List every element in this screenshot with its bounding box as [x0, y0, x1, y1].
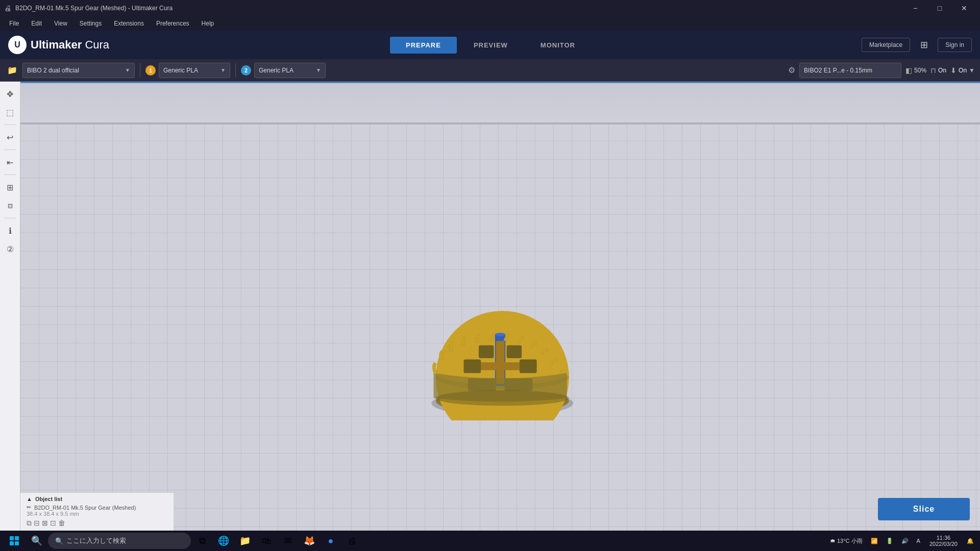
slice-button[interactable]: Slice [878, 498, 970, 520]
fill-pct: 50% [914, 67, 926, 74]
svg-point-7 [495, 333, 505, 336]
search-button[interactable]: 🔍 [27, 531, 47, 551]
support-control: ⊓ On [930, 66, 946, 74]
notification-button[interactable]: 🔔 [964, 537, 977, 545]
clock-date: 2022/03/20 [929, 541, 958, 547]
object-tool-button[interactable]: ⧈ [2, 197, 18, 214]
maximize-button[interactable]: □ [928, 0, 951, 16]
separator-2 [4, 149, 16, 150]
undo-button[interactable]: ↩ [2, 129, 18, 145]
download-icon: ⬇ [950, 66, 957, 74]
object-dimensions: 38.4 x 38.4 x 9.5 mm [27, 511, 167, 517]
adhesion-status: On [959, 67, 967, 74]
menu-settings[interactable]: Settings [75, 18, 107, 29]
tab-monitor[interactable]: MONITOR [525, 37, 591, 54]
logo-text: Ultimaker Cura [31, 38, 109, 52]
view-tool-button[interactable]: ⬚ [2, 104, 18, 120]
menu-extensions[interactable]: Extensions [109, 18, 149, 29]
minimize-button[interactable]: − [903, 0, 927, 16]
svg-rect-18 [10, 536, 14, 540]
menu-edit[interactable]: Edit [26, 18, 47, 29]
menu-help[interactable]: Help [197, 18, 219, 29]
grid-copy-icon[interactable]: ⊟ [34, 519, 40, 528]
menubar: File Edit View Settings Extensions Prefe… [0, 16, 980, 31]
profile-name: BIBO2 E1 P...e - 0.15mm [804, 67, 872, 74]
menu-preferences[interactable]: Preferences [151, 18, 194, 29]
weather-widget[interactable]: 🌧 13°C 小雨 [827, 536, 866, 546]
gear-model [403, 257, 597, 420]
separator-4 [4, 218, 16, 218]
taskbar-search-bar[interactable]: 🔍 ここに入力して検索 [48, 533, 191, 549]
cura-taskbar-icon[interactable]: 🖨 [342, 531, 362, 551]
svg-rect-21 [15, 541, 19, 545]
separator-3 [4, 174, 16, 175]
windows-icon [10, 536, 19, 545]
extruder1-material: Generic PLA [163, 67, 198, 74]
menu-file[interactable]: File [4, 18, 24, 29]
printer-select[interactable]: BIBO 2 dual official ▼ [22, 63, 135, 78]
marketplace-button[interactable]: Marketplace [862, 38, 910, 52]
weather-icon: 🌧 [830, 538, 836, 544]
info-button[interactable]: ℹ [2, 222, 18, 239]
edit-icon: ✏ [27, 504, 31, 511]
browser-icon2[interactable]: 🦊 [299, 531, 320, 551]
object-list-header[interactable]: ▲ Object list [27, 496, 167, 502]
logo: U Ultimaker Cura [8, 36, 109, 54]
network-icon[interactable]: 📶 [868, 537, 881, 545]
taskbar-right-area: 🌧 13°C 小雨 📶 🔋 🔊 A 11:36 2022/03/20 🔔 [827, 534, 977, 548]
store-icon[interactable]: 🛍 [256, 531, 277, 551]
divider-2 [235, 63, 236, 78]
duplicate-icon[interactable]: ⧉ [27, 519, 32, 528]
extruder2-material-select[interactable]: Generic PLA ▼ [254, 63, 326, 78]
left-sidebar: ✥ ⬚ ↩ ⇤ ⊞ ⧈ ℹ ② [0, 82, 20, 531]
select-tool-button[interactable]: ✥ [2, 86, 18, 102]
explorer-icon[interactable]: 📁 [235, 531, 255, 551]
reset-view-button[interactable]: ⇤ [2, 154, 18, 170]
svg-rect-19 [15, 536, 19, 540]
object-list-label: Object list [35, 496, 62, 502]
apps-grid-icon[interactable]: ⊞ [916, 37, 932, 53]
profile-select[interactable]: BIBO2 E1 P...e - 0.15mm [799, 63, 901, 78]
extruder1-badge: 1 [145, 65, 156, 76]
signin-button[interactable]: Sign in [938, 38, 972, 52]
system-clock[interactable]: 11:36 2022/03/20 [925, 534, 962, 548]
start-button[interactable] [3, 531, 26, 551]
svg-rect-12 [520, 359, 537, 373]
adhesion-arrow: ▼ [969, 67, 975, 74]
tab-preview[interactable]: PREVIEW [458, 37, 524, 54]
volume-icon[interactable]: 🔊 [898, 537, 912, 545]
printer-name: BIBO 2 dual official [27, 67, 79, 74]
titlebar: 🖨 B2DO_RM-01 Mk.5 Spur Gear (Meshed) - U… [0, 0, 980, 16]
merge-icon[interactable]: ⊡ [50, 519, 56, 528]
chrome-icon[interactable]: ● [321, 531, 341, 551]
svg-rect-20 [10, 541, 14, 545]
support-icon: ⊓ [930, 66, 936, 74]
edge-icon[interactable]: 🌐 [213, 531, 234, 551]
weather-temp: 13°C 小雨 [837, 537, 863, 545]
open-folder-icon[interactable]: 📁 [5, 63, 19, 78]
titlebar-title: B2DO_RM-01 Mk.5 Spur Gear (Meshed) - Ult… [15, 5, 903, 12]
print-settings-right: ⚙ BIBO2 E1 P...e - 0.15mm ◧ 50% ⊓ On ⬇ O… [788, 63, 975, 78]
help-button[interactable]: ② [2, 241, 18, 257]
svg-rect-14 [507, 345, 522, 358]
split-icon[interactable]: ⊠ [42, 519, 48, 528]
main-area: ✥ ⬚ ↩ ⇤ ⊞ ⧈ ℹ ② [0, 82, 980, 531]
search-icon: 🔍 [55, 537, 63, 545]
3d-viewport[interactable]: ▲ Object list ✏ B2DO_RM-01 Mk.5 Spur Gea… [20, 82, 980, 531]
extruder1-material-select[interactable]: Generic PLA ▼ [159, 63, 230, 78]
mail-icon[interactable]: ✉ [278, 531, 298, 551]
fill-control: ◧ 50% [905, 66, 926, 74]
task-view-button[interactable]: ⧉ [192, 531, 212, 551]
delete-icon[interactable]: 🗑 [58, 519, 65, 528]
separator-1 [4, 124, 16, 125]
ime-button[interactable]: A [914, 537, 923, 545]
battery-icon[interactable]: 🔋 [883, 537, 896, 545]
close-button[interactable]: ✕ [952, 0, 976, 16]
object-row: ✏ B2DO_RM-01 Mk.5 Spur Gear (Meshed) [27, 504, 167, 511]
object-action-icons: ⧉ ⊟ ⊠ ⊡ 🗑 [27, 519, 167, 528]
menu-view[interactable]: View [49, 18, 72, 29]
svg-point-17 [436, 390, 569, 406]
object-list-panel: ▲ Object list ✏ B2DO_RM-01 Mk.5 Spur Gea… [20, 492, 174, 531]
arrange-button[interactable]: ⊞ [2, 179, 18, 195]
tab-prepare[interactable]: PREPARE [390, 37, 457, 54]
